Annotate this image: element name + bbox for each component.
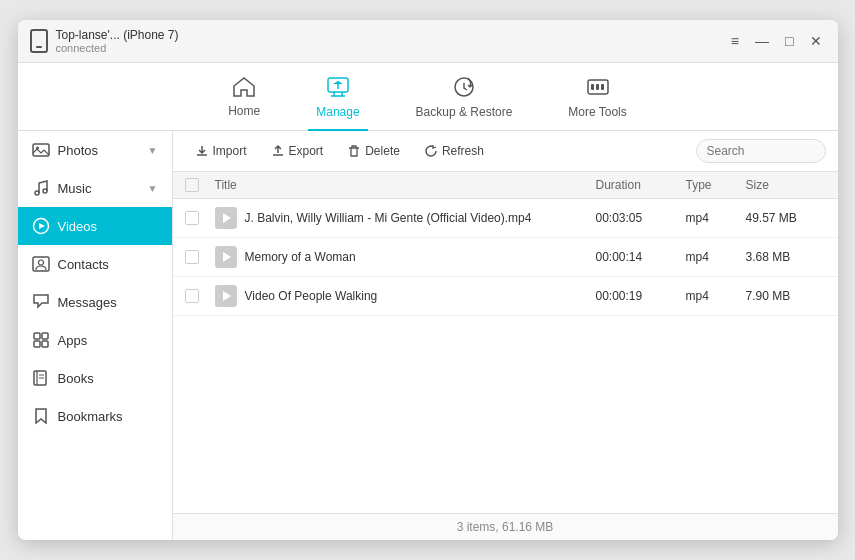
row-type: mp4 bbox=[686, 250, 746, 264]
search-input[interactable] bbox=[696, 139, 826, 163]
video-title: Video Of People Walking bbox=[245, 289, 378, 303]
sidebar-item-apps[interactable]: Apps bbox=[18, 321, 172, 359]
sidebar-item-books[interactable]: Books bbox=[18, 359, 172, 397]
nav-tabs: Home Manage Back bbox=[18, 63, 838, 131]
tab-home[interactable]: Home bbox=[220, 73, 268, 130]
import-label: Import bbox=[213, 144, 247, 158]
header-checkbox[interactable] bbox=[185, 178, 199, 192]
header-title: Title bbox=[215, 178, 596, 192]
sidebar: Photos ▼ Music ▼ bbox=[18, 131, 173, 540]
maximize-button[interactable]: □ bbox=[781, 32, 797, 50]
device-details: Top-lanse'... (iPhone 7) connected bbox=[56, 28, 179, 54]
minimize-button[interactable]: — bbox=[751, 32, 773, 50]
row-duration: 00:00:19 bbox=[596, 289, 686, 303]
apps-icon bbox=[32, 331, 50, 349]
app-window: Top-lanse'... (iPhone 7) connected ≡ — □… bbox=[18, 20, 838, 540]
svg-rect-16 bbox=[34, 341, 40, 347]
manage-icon bbox=[326, 76, 350, 101]
photos-chevron: ▼ bbox=[148, 145, 158, 156]
video-table: Title Duration Type Size J. Balvin, Will… bbox=[173, 172, 838, 513]
sidebar-item-messages[interactable]: Messages bbox=[18, 283, 172, 321]
sidebar-item-photos[interactable]: Photos ▼ bbox=[18, 131, 172, 169]
contacts-icon bbox=[32, 255, 50, 273]
header-duration: Duration bbox=[596, 178, 686, 192]
delete-label: Delete bbox=[365, 144, 400, 158]
title-bar: Top-lanse'... (iPhone 7) connected ≡ — □… bbox=[18, 20, 838, 63]
svg-marker-11 bbox=[39, 223, 45, 229]
svg-rect-14 bbox=[34, 333, 40, 339]
refresh-icon bbox=[424, 144, 438, 158]
sidebar-item-bookmarks[interactable]: Bookmarks bbox=[18, 397, 172, 435]
music-icon bbox=[32, 179, 50, 197]
svg-point-8 bbox=[35, 191, 39, 195]
home-icon bbox=[233, 77, 255, 100]
play-button[interactable] bbox=[215, 207, 237, 229]
play-button[interactable] bbox=[215, 285, 237, 307]
tab-tools[interactable]: More Tools bbox=[560, 72, 634, 131]
row-duration: 00:00:14 bbox=[596, 250, 686, 264]
music-chevron: ▼ bbox=[148, 183, 158, 194]
row-size: 49.57 MB bbox=[746, 211, 826, 225]
row-size: 3.68 MB bbox=[746, 250, 826, 264]
export-button[interactable]: Export bbox=[261, 140, 334, 162]
bookmarks-icon bbox=[32, 407, 50, 425]
table-row[interactable]: Memory of a Woman 00:00:14 mp4 3.68 MB bbox=[173, 238, 838, 277]
row-title: J. Balvin, Willy William - Mi Gente (Off… bbox=[215, 207, 596, 229]
refresh-label: Refresh bbox=[442, 144, 484, 158]
tab-manage[interactable]: Manage bbox=[308, 72, 367, 131]
row-title: Video Of People Walking bbox=[215, 285, 596, 307]
svg-rect-3 bbox=[591, 84, 594, 90]
row-check bbox=[185, 250, 215, 264]
row-size: 7.90 MB bbox=[746, 289, 826, 303]
tab-backup[interactable]: Backup & Restore bbox=[408, 72, 521, 131]
table-header: Title Duration Type Size bbox=[173, 172, 838, 199]
delete-button[interactable]: Delete bbox=[337, 140, 410, 162]
content-area: Import Export Delete bbox=[173, 131, 838, 540]
row-checkbox[interactable] bbox=[185, 211, 199, 225]
header-size: Size bbox=[746, 178, 826, 192]
row-checkbox[interactable] bbox=[185, 289, 199, 303]
sidebar-item-bookmarks-label: Bookmarks bbox=[58, 409, 123, 424]
svg-rect-4 bbox=[596, 84, 599, 90]
row-check bbox=[185, 289, 215, 303]
svg-rect-15 bbox=[42, 333, 48, 339]
sidebar-item-contacts[interactable]: Contacts bbox=[18, 245, 172, 283]
row-title: Memory of a Woman bbox=[215, 246, 596, 268]
books-icon bbox=[32, 369, 50, 387]
phone-icon bbox=[30, 29, 48, 53]
menu-button[interactable]: ≡ bbox=[727, 32, 743, 50]
close-button[interactable]: ✕ bbox=[806, 32, 826, 50]
device-status: connected bbox=[56, 42, 179, 54]
sidebar-item-music-label: Music bbox=[58, 181, 92, 196]
play-button[interactable] bbox=[215, 246, 237, 268]
backup-icon bbox=[452, 76, 476, 101]
tab-home-label: Home bbox=[228, 104, 260, 118]
video-title: J. Balvin, Willy William - Mi Gente (Off… bbox=[245, 211, 532, 225]
sidebar-item-videos[interactable]: Videos bbox=[18, 207, 172, 245]
tab-backup-label: Backup & Restore bbox=[416, 105, 513, 119]
search-container bbox=[696, 139, 826, 163]
toolbar: Import Export Delete bbox=[173, 131, 838, 172]
tools-icon bbox=[586, 76, 610, 101]
import-button[interactable]: Import bbox=[185, 140, 257, 162]
row-check bbox=[185, 211, 215, 225]
refresh-button[interactable]: Refresh bbox=[414, 140, 494, 162]
sidebar-item-music[interactable]: Music ▼ bbox=[18, 169, 172, 207]
row-type: mp4 bbox=[686, 289, 746, 303]
export-icon bbox=[271, 144, 285, 158]
sidebar-item-contacts-label: Contacts bbox=[58, 257, 109, 272]
row-type: mp4 bbox=[686, 211, 746, 225]
videos-icon bbox=[32, 217, 50, 235]
table-row[interactable]: J. Balvin, Willy William - Mi Gente (Off… bbox=[173, 199, 838, 238]
row-duration: 00:03:05 bbox=[596, 211, 686, 225]
import-icon bbox=[195, 144, 209, 158]
svg-rect-5 bbox=[601, 84, 604, 90]
table-row[interactable]: Video Of People Walking 00:00:19 mp4 7.9… bbox=[173, 277, 838, 316]
video-title: Memory of a Woman bbox=[245, 250, 356, 264]
sidebar-item-messages-label: Messages bbox=[58, 295, 117, 310]
row-checkbox[interactable] bbox=[185, 250, 199, 264]
header-check bbox=[185, 178, 215, 192]
delete-icon bbox=[347, 144, 361, 158]
sidebar-item-apps-label: Apps bbox=[58, 333, 88, 348]
svg-rect-12 bbox=[33, 257, 49, 271]
